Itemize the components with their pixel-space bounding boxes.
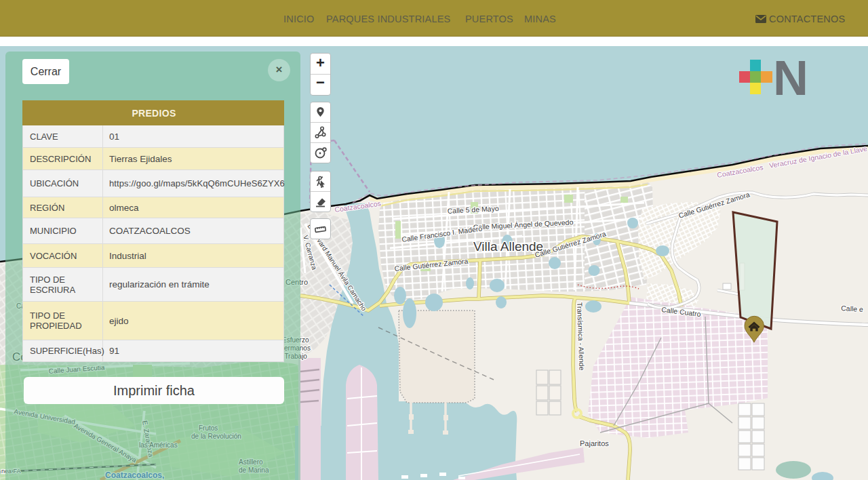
svg-text:N: N [773,51,808,105]
svg-text:Villa Allende: Villa Allende [473,239,543,254]
svg-text:Pajaritos: Pajaritos [580,439,609,447]
svg-text:Calle e: Calle e [841,304,864,313]
